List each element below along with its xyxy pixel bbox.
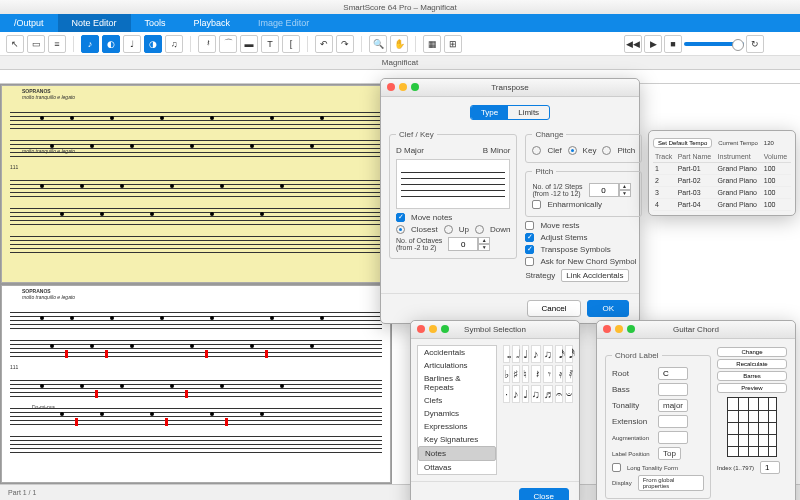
transpose-title: Transpose [381, 79, 639, 97]
symbol-close-button[interactable]: Close [519, 488, 569, 500]
tool-tie[interactable]: ⌒ [219, 35, 237, 53]
tool-rest[interactable]: 𝄽 [198, 35, 216, 53]
loop-button[interactable]: ↻ [746, 35, 764, 53]
playback-controls: ◀◀ ▶ ■ ↻ [624, 35, 764, 53]
transpose-symbols-check[interactable] [525, 245, 534, 254]
default-tempo-button[interactable]: Set Default Tempo [653, 138, 712, 148]
clef-radio[interactable] [532, 146, 541, 155]
tool-note3[interactable]: ♩ [123, 35, 141, 53]
menu-bar: /Output Note Editor Tools Playback Image… [0, 14, 800, 32]
tab-output[interactable]: /Output [0, 14, 58, 32]
tab-image-editor[interactable]: Image Editor [244, 14, 323, 32]
transpose-tabs[interactable]: Type Limits [470, 105, 550, 120]
aug-input[interactable] [658, 431, 688, 444]
chord-dialog: Guitar Chord Chord Label Root Bass Tonal… [596, 320, 796, 500]
chord-diagram [727, 397, 777, 457]
ext-input[interactable] [658, 415, 688, 428]
octaves-stepper[interactable]: ▲▼ [448, 237, 490, 251]
tool-text[interactable]: T [261, 35, 279, 53]
tool-undo[interactable]: ↶ [315, 35, 333, 53]
max-icon[interactable] [411, 83, 419, 91]
closest-radio[interactable] [396, 225, 405, 234]
tool-note5[interactable]: ♫ [165, 35, 183, 53]
longform-check[interactable] [612, 463, 621, 472]
barres-button[interactable]: Barres [717, 371, 787, 381]
mixer-row[interactable]: 4Part-04Grand Piano100 [653, 199, 791, 211]
status-page: Part 1 / 1 [8, 489, 36, 496]
tool-bracket[interactable]: [ [282, 35, 300, 53]
close-icon[interactable] [603, 325, 611, 333]
score-pane-original[interactable]: SOPRANOS molto tranquillo e legato molto… [1, 85, 391, 283]
prev-button[interactable]: ◀◀ [624, 35, 642, 53]
stop-button[interactable]: ■ [664, 35, 682, 53]
tool-page[interactable]: ▦ [423, 35, 441, 53]
toolbar: ↖ ▭ ≡ ♪ ◐ ♩ ◑ ♫ 𝄽 ⌒ ▬ T [ ↶ ↷ 🔍 ✋ ▦ ⊞ ◀◀… [0, 32, 800, 56]
transpose-ok-button[interactable]: OK [587, 300, 629, 317]
symbol-category-list[interactable]: AccidentalsArticulationsBarlines & Repea… [417, 345, 497, 475]
symbol-dialog: Symbol Selection AccidentalsArticulation… [410, 320, 580, 500]
min-icon[interactable] [399, 83, 407, 91]
tool-cursor[interactable]: ↖ [6, 35, 24, 53]
pitch-radio[interactable] [602, 146, 611, 155]
tool-layout[interactable]: ⊞ [444, 35, 462, 53]
tempo-slider[interactable] [684, 42, 744, 46]
adjust-stems-check[interactable] [525, 233, 534, 242]
tool-hand[interactable]: ✋ [390, 35, 408, 53]
mixer-panel: Set Default Tempo Current Tempo 120 Trac… [648, 130, 796, 216]
preview-button[interactable]: Preview [717, 383, 787, 393]
window-titlebar: SmartScore 64 Pro – Magnificat [0, 0, 800, 14]
tool-note4[interactable]: ◑ [144, 35, 162, 53]
enharm-check[interactable] [532, 200, 541, 209]
score-pane-recognized[interactable]: SOPRANOS molto tranquillo e legato 111 D… [1, 285, 391, 483]
move-notes-check[interactable] [396, 213, 405, 222]
tab-playback[interactable]: Playback [180, 14, 245, 32]
tool-zoom[interactable]: 🔍 [369, 35, 387, 53]
move-rests-check[interactable] [525, 221, 534, 230]
root-input[interactable] [658, 367, 688, 380]
tool-note2[interactable]: ◐ [102, 35, 120, 53]
mixer-row[interactable]: 1Part-01Grand Piano100 [653, 163, 791, 175]
ask-chord-check[interactable] [525, 257, 534, 266]
tool-note1[interactable]: ♪ [81, 35, 99, 53]
tool-redo[interactable]: ↷ [336, 35, 354, 53]
mixer-row[interactable]: 2Part-02Grand Piano100 [653, 175, 791, 187]
document-tab[interactable]: Magnificat [0, 56, 800, 70]
play-button[interactable]: ▶ [644, 35, 662, 53]
workspace: SOPRANOS molto tranquillo e legato molto… [0, 70, 800, 484]
ruler-top-left [0, 70, 392, 84]
strategy-select[interactable]: Link Accidentals [561, 269, 628, 282]
transpose-cancel-button[interactable]: Cancel [527, 300, 582, 317]
close-icon[interactable] [417, 325, 425, 333]
bass-input[interactable] [658, 383, 688, 396]
change-button[interactable]: Change [717, 347, 787, 357]
mixer-table: TrackPart NameInstrumentVolume 1Part-01G… [653, 151, 791, 211]
symbol-grid[interactable]: 𝅝𝅗𝅥♩♪♫𝅘𝅥𝅯𝅘𝅥𝅰 ♭♯♮𝄽𝄾𝄿𝅀 ·♪♩♫♬𝄐𝄑 [503, 345, 573, 403]
mixer-row[interactable]: 3Part-03Grand Piano100 [653, 187, 791, 199]
key-radio[interactable] [568, 146, 577, 155]
close-icon[interactable] [387, 83, 395, 91]
down-radio[interactable] [475, 225, 484, 234]
transpose-dialog: Transpose Type Limits Clef / Key D Major… [380, 78, 640, 324]
tonality-select[interactable]: major [658, 399, 688, 412]
halfsteps-stepper[interactable]: ▲▼ [589, 183, 631, 197]
tool-beam[interactable]: ▬ [240, 35, 258, 53]
up-radio[interactable] [444, 225, 453, 234]
tool-props[interactable]: ≡ [48, 35, 66, 53]
tab-tools[interactable]: Tools [131, 14, 180, 32]
tool-select[interactable]: ▭ [27, 35, 45, 53]
window-title: SmartScore 64 Pro – Magnificat [343, 3, 456, 12]
recalc-button[interactable]: Recalculate [717, 359, 787, 369]
tab-note-editor[interactable]: Note Editor [58, 14, 131, 32]
